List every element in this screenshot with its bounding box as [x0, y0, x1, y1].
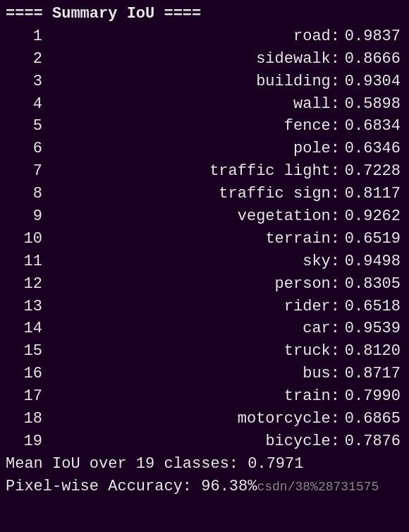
row-label: car: — [48, 318, 340, 340]
row-value: 0.6865 — [340, 408, 403, 430]
row-label: pole: — [48, 138, 340, 160]
row-number: 15 — [6, 340, 48, 363]
row-value: 0.6834 — [340, 115, 403, 138]
table-row: 19bicycle:0.7876 — [6, 430, 403, 453]
row-label: traffic sign: — [48, 183, 340, 205]
watermark: csdn/38%28731575 — [257, 480, 379, 494]
row-label: vegetation: — [48, 205, 340, 228]
table-row: 10terrain:0.6519 — [6, 228, 403, 250]
row-value: 0.6519 — [340, 228, 403, 250]
data-rows: 1road:0.98372sidewalk:0.86663building:0.… — [6, 25, 403, 453]
row-label: road: — [48, 25, 340, 48]
row-label: bus: — [48, 363, 340, 385]
row-value: 0.7228 — [340, 160, 403, 183]
row-value: 0.8117 — [340, 183, 403, 205]
terminal-output: ==== Summary IoU ==== 1road:0.98372sidew… — [0, 0, 409, 532]
accuracy-line: Pixel-wise Accuracy: 96.38%csdn/38%28731… — [6, 476, 403, 498]
row-label: motorcycle: — [48, 408, 340, 430]
table-row: 9vegetation:0.9262 — [6, 205, 403, 228]
row-value: 0.6518 — [340, 296, 403, 318]
row-number: 12 — [6, 273, 48, 296]
row-label: rider: — [48, 296, 340, 318]
row-value: 0.9498 — [340, 250, 403, 273]
row-label: building: — [48, 71, 340, 93]
row-number: 1 — [6, 25, 48, 48]
row-label: train: — [48, 385, 340, 408]
row-number: 2 — [6, 48, 48, 71]
table-row: 12person:0.8305 — [6, 273, 403, 296]
row-number: 14 — [6, 318, 48, 340]
row-value: 0.9539 — [340, 318, 403, 340]
row-number: 19 — [6, 430, 48, 453]
table-row: 14car:0.9539 — [6, 318, 403, 340]
table-row: 6pole:0.6346 — [6, 138, 403, 160]
table-row: 15truck:0.8120 — [6, 340, 403, 363]
table-row: 16bus:0.8717 — [6, 363, 403, 385]
row-value: 0.8666 — [340, 48, 403, 71]
row-label: person: — [48, 273, 340, 296]
row-value: 0.8120 — [340, 340, 403, 363]
table-row: 5fence:0.6834 — [6, 115, 403, 138]
row-label: sky: — [48, 250, 340, 273]
table-row: 17train:0.7990 — [6, 385, 403, 408]
row-number: 5 — [6, 115, 48, 138]
row-number: 3 — [6, 71, 48, 93]
accuracy-text: Pixel-wise Accuracy: 96.38% — [6, 478, 257, 495]
row-number: 7 — [6, 160, 48, 183]
row-number: 18 — [6, 408, 48, 430]
row-number: 9 — [6, 205, 48, 228]
row-number: 13 — [6, 296, 48, 318]
row-label: bicycle: — [48, 430, 340, 453]
table-row: 4wall:0.5898 — [6, 93, 403, 116]
mean-iou-line: Mean IoU over 19 classes: 0.7971 — [6, 453, 403, 476]
row-label: sidewalk: — [48, 48, 340, 71]
row-value: 0.9262 — [340, 205, 403, 228]
row-number: 10 — [6, 228, 48, 250]
row-value: 0.8717 — [340, 363, 403, 385]
table-row: 1road:0.9837 — [6, 25, 403, 48]
table-row: 2sidewalk:0.8666 — [6, 48, 403, 71]
row-value: 0.5898 — [340, 93, 403, 116]
table-row: 13rider:0.6518 — [6, 296, 403, 318]
row-value: 0.8305 — [340, 273, 403, 296]
table-row: 3building:0.9304 — [6, 71, 403, 93]
row-number: 6 — [6, 138, 48, 160]
table-row: 8traffic sign:0.8117 — [6, 183, 403, 205]
row-label: fence: — [48, 115, 340, 138]
row-value: 0.9304 — [340, 71, 403, 93]
row-value: 0.7876 — [340, 430, 403, 453]
table-row: 18motorcycle:0.6865 — [6, 408, 403, 430]
row-label: terrain: — [48, 228, 340, 250]
row-label: traffic light: — [48, 160, 340, 183]
row-value: 0.9837 — [340, 25, 403, 48]
row-label: truck: — [48, 340, 340, 363]
row-number: 16 — [6, 363, 48, 385]
row-value: 0.6346 — [340, 138, 403, 160]
row-number: 8 — [6, 183, 48, 205]
row-number: 11 — [6, 250, 48, 273]
row-label: wall: — [48, 93, 340, 116]
row-number: 17 — [6, 385, 48, 408]
summary-header: ==== Summary IoU ==== — [6, 3, 403, 25]
row-value: 0.7990 — [340, 385, 403, 408]
table-row: 11sky:0.9498 — [6, 250, 403, 273]
row-number: 4 — [6, 93, 48, 116]
table-row: 7traffic light:0.7228 — [6, 160, 403, 183]
